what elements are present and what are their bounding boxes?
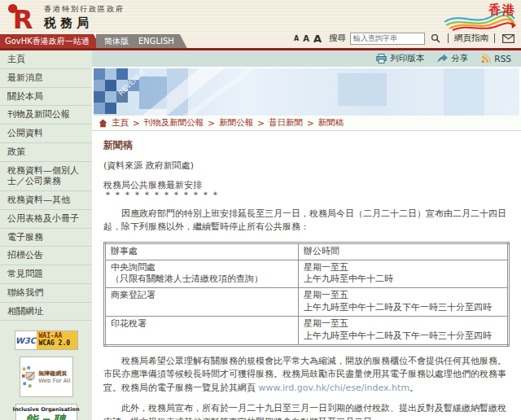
sidebar-item-publications-press[interactable]: 刊物及新聞公報	[0, 106, 92, 125]
department-logo-block: R 香港特別行政區政府 税務局	[7, 2, 125, 32]
eservices-url-link[interactable]: www.ird.gov.hk/chi/ese/index.htm	[259, 383, 410, 393]
font-size-large-button[interactable]: A	[313, 33, 322, 45]
sidebar-item-faq[interactable]: 常見問題	[0, 265, 92, 284]
sidebar-item-related-links[interactable]: 相關網址	[0, 303, 92, 322]
rss-icon	[481, 54, 491, 63]
sidebar-item-tax-info-individuals[interactable]: 稅務資料—個別人士／公司業務	[0, 162, 92, 192]
printer-icon	[376, 54, 387, 63]
hours-column-header: 辦公時間	[299, 243, 509, 260]
sidebar-item-tax-info-others[interactable]: 稅務資料—其他	[0, 191, 92, 210]
breadcrumb-past-news-link[interactable]: 昔日新聞	[269, 117, 303, 129]
web-for-all-en-label: Web For All	[38, 378, 70, 384]
share-label: 分享	[451, 53, 468, 64]
government-title: 香港特別行政區政府	[44, 4, 125, 15]
department-titles: 香港特別行政區政府 税務局	[44, 4, 125, 31]
w3c-wcag-badge[interactable]: W3C WAI-AA WCAG 2.0	[15, 330, 78, 350]
search-input[interactable]	[350, 33, 425, 45]
contact-mail-button[interactable]	[501, 34, 516, 43]
department-title: 税務局	[44, 15, 125, 31]
lang-simplified-link[interactable]: 简体版	[104, 34, 129, 48]
hours-cell: 星期一至五 上午九時至中午十二時及下午一時三十分至四時	[299, 288, 509, 317]
subtitle-underline-stars: ＊＊＊＊＊＊＊＊＊＊＊＊	[103, 190, 510, 201]
office-column-header: 辦事處	[105, 243, 299, 260]
language-tabs: 简体版 ENGLISH	[96, 34, 187, 48]
search-label: 搜尋	[329, 33, 346, 44]
office-cell: 印花稅署	[105, 317, 299, 346]
sidebar-item-eservices[interactable]: 電子服務	[0, 229, 92, 247]
sidebar-item-whats-new[interactable]: 最新消息	[0, 69, 92, 88]
print-version-label: 列印版本	[390, 53, 424, 64]
table-header-row: 辦事處 辦公時間	[105, 243, 509, 260]
office-cell: 中央詢問處 （只限有關離港人士清繳稅項的查詢）	[105, 260, 299, 288]
hours-cell: 星期一至五 上午九時至中午十二時及下午一時三十分至四時	[299, 317, 509, 346]
breadcrumb-current-page: 新聞稿	[318, 117, 344, 129]
article-paragraph-2: 稅務局希望公眾理解有關服務的規模會比平常大為縮減，開放的服務櫃位不會提供任何其他…	[103, 355, 510, 396]
rss-button[interactable]: RSS	[481, 54, 511, 63]
gov-band: GovHK香港政府一站通 简体版 ENGLISH A A A 搜尋 網頁指南	[0, 34, 521, 48]
sidebar-item-home[interactable]: 主頁	[0, 50, 92, 69]
breadcrumb-publications-link[interactable]: 刊物及新聞公報	[144, 117, 204, 129]
ird-logo-icon: R	[7, 2, 37, 32]
breadcrumb-separator: >	[307, 118, 314, 128]
inclusive-organisation-title: Inclusive Organisation	[12, 406, 79, 413]
divider	[448, 33, 449, 43]
table-row: 商業登記署 星期一至五 上午九時至中午十二時及下午一時三十分至四時	[105, 288, 509, 317]
table-row: 中央詢問處 （只限有關離港人士清繳稅項的查詢） 星期一至五 上午九時至中午十二時	[105, 260, 509, 288]
service-hours-table: 辦事處 辦公時間 中央詢問處 （只限有關離港人士清繳稅項的查詢） 星期一至五 上…	[103, 242, 510, 347]
article-title: 新聞稿	[103, 138, 510, 152]
web-for-all-icon	[22, 362, 37, 392]
breadcrumb-home-link[interactable]: 主頁	[112, 117, 129, 129]
home-icon	[99, 119, 107, 128]
govhk-portal-link[interactable]: GovHK香港政府一站通	[0, 34, 101, 48]
article-source: (資料來源 政府新聞處)	[103, 160, 510, 173]
banner-image: REVENUE	[94, 68, 519, 116]
article-paragraph-1: 因應政府部門的特別上班安排延長至三月一日，稅務局今日（二月二十二日）宣布由二月二…	[103, 208, 510, 234]
web-for-all-zh-label: 無障礙網頁	[38, 370, 70, 378]
brand-hongkong-logo: 香港	[443, 1, 518, 33]
search-icon	[431, 33, 440, 43]
share-button[interactable]: 分享	[437, 53, 468, 64]
sidebar-badges: W3C WAI-AA WCAG 2.0	[0, 321, 92, 420]
article-paragraph-3: 此外，稅務局宣布，所有於一月二十九日至三月一日到期的繳付稅款、提出反對及暫緩繳納…	[103, 402, 510, 420]
site-guide-link[interactable]: 網頁指南	[454, 33, 488, 44]
main-content: 列印版本 分享 RSS	[92, 50, 521, 420]
breadcrumb: 主頁 > 刊物及新聞公報 > 新聞公報 > 昔日新聞 > 新聞稿	[92, 116, 521, 131]
breadcrumb-separator: >	[133, 118, 140, 128]
sidebar-item-tender-notices[interactable]: 招標公告	[0, 247, 92, 265]
inclusive-organisation-calligraphy: 能＝聘	[25, 413, 67, 420]
sidebar-item-forms-pamphlets[interactable]: 公用表格及小冊子	[0, 210, 92, 229]
sidebar-item-policies[interactable]: 政策	[0, 143, 92, 162]
sidebar-item-about-us[interactable]: 關於本局	[0, 88, 92, 107]
rss-label: RSS	[494, 54, 511, 63]
breadcrumb-separator: >	[257, 118, 265, 128]
sidebar-item-contact-us[interactable]: 聯絡我們	[0, 284, 92, 303]
breadcrumb-separator: >	[208, 118, 215, 128]
print-version-button[interactable]: 列印版本	[376, 53, 424, 64]
sidebar-nav: 主頁 最新消息 關於本局 刊物及新聞公報 公開資料 政策 稅務資料—個別人士／公…	[0, 50, 92, 420]
share-icon	[437, 54, 448, 63]
press-release-article: 新聞稿 (資料來源 政府新聞處) 稅務局公共服務最新安排 ＊＊＊＊＊＊＊＊＊＊＊…	[92, 131, 521, 420]
ird-webpage: R 香港特別行政區政府 税務局 香港 GovHK香港政府一站通 简体版 ENGL…	[0, 0, 521, 420]
top-search-bar: A A A 搜尋 網頁指南	[294, 29, 516, 47]
wcag-label: WCAG 2.0	[39, 340, 77, 348]
font-size-medium-button[interactable]: A	[303, 34, 309, 43]
inclusive-organisation-badge[interactable]: Inclusive Organisation 能＝聘 Awarded by La…	[15, 404, 77, 420]
svg-text:R: R	[13, 4, 33, 32]
mail-icon	[502, 34, 514, 43]
sidebar-item-access-to-info[interactable]: 公開資料	[0, 125, 92, 143]
office-cell: 商業登記署	[105, 288, 299, 317]
table-row: 印花稅署 星期一至五 上午九時至中午十二時及下午一時三十分至四時	[105, 317, 509, 346]
divider	[494, 33, 495, 43]
w3c-logo-text: W3C	[15, 331, 37, 349]
web-for-all-badge[interactable]: 無障礙網頁 Web For All	[20, 357, 73, 397]
breadcrumb-press-link[interactable]: 新聞公報	[219, 117, 253, 129]
search-button[interactable]	[429, 33, 442, 43]
page-action-bar: 列印版本 分享 RSS	[92, 50, 521, 67]
font-size-small-button[interactable]: A	[294, 35, 299, 42]
lang-english-link[interactable]: ENGLISH	[138, 34, 174, 48]
hours-cell: 星期一至五 上午九時至中午十二時	[299, 260, 509, 288]
brand-hongkong-text: 香港	[488, 2, 516, 18]
